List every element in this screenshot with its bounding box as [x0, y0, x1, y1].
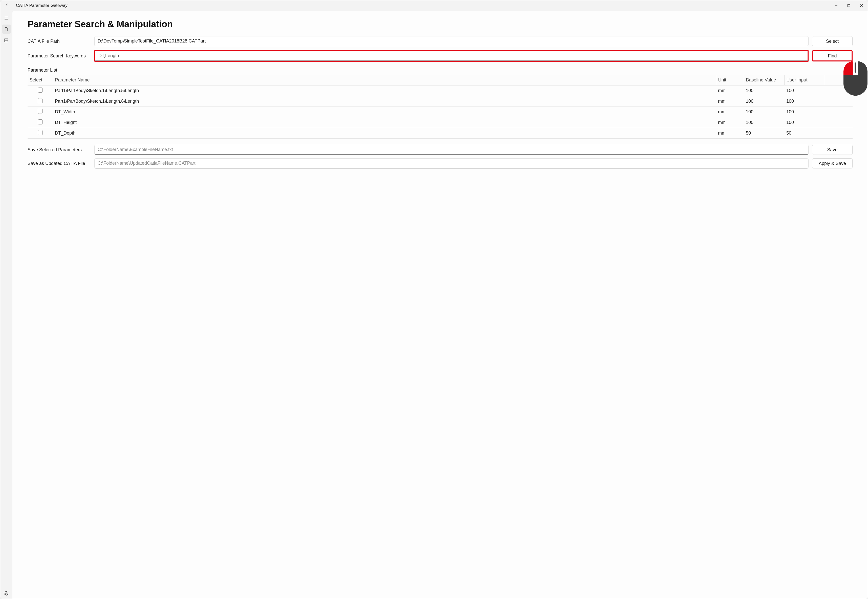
keywords-label: Parameter Search Keywords — [27, 53, 91, 59]
svg-point-10 — [6, 593, 7, 594]
row-checkbox[interactable] — [38, 119, 43, 125]
cell-name: Part1\PartBody\Sketch.1\Length.5\Length — [53, 86, 716, 96]
save-params-label: Save Selected Parameters — [27, 147, 91, 152]
save-catia-label: Save as Updated CATIA File — [27, 161, 91, 166]
keywords-input[interactable] — [95, 51, 808, 61]
file-path-input[interactable] — [94, 36, 809, 46]
table-row[interactable]: Part1\PartBody\Sketch.1\Length.6\Lengthm… — [27, 96, 853, 107]
back-button[interactable] — [0, 3, 14, 8]
save-catia-input[interactable] — [94, 158, 809, 169]
cell-unit: mm — [716, 86, 744, 96]
cell-name: DT_Height — [53, 117, 716, 128]
sidebar — [0, 11, 12, 599]
table-row[interactable]: Part1\PartBody\Sketch.1\Length.5\Lengthm… — [27, 86, 853, 96]
col-name[interactable]: Parameter Name — [53, 75, 716, 86]
row-checkbox[interactable] — [38, 98, 43, 103]
cell-baseline: 100 — [744, 86, 784, 96]
cell-name: DT_Width — [53, 107, 716, 117]
cell-baseline: 50 — [744, 128, 784, 138]
table-row[interactable]: DT_Depthmm5050 — [27, 128, 853, 138]
param-list-label: Parameter List — [27, 68, 853, 73]
titlebar: CATIA Parameter Gateway — [0, 0, 868, 11]
cell-unit: mm — [716, 128, 744, 138]
cell-user[interactable]: 50 — [784, 128, 825, 138]
cell-unit: mm — [716, 107, 744, 117]
find-button[interactable]: Find — [813, 51, 851, 60]
close-button[interactable] — [855, 0, 868, 11]
col-unit[interactable]: Unit — [716, 75, 744, 86]
row-checkbox[interactable] — [38, 87, 43, 93]
maximize-button[interactable] — [842, 0, 855, 11]
cell-name: DT_Depth — [53, 128, 716, 138]
cell-user[interactable]: 100 — [784, 96, 825, 107]
apply-save-button[interactable]: Apply & Save — [812, 158, 853, 169]
settings-icon[interactable] — [2, 588, 11, 598]
cell-user[interactable]: 100 — [784, 86, 825, 96]
cell-user[interactable]: 100 — [784, 117, 825, 128]
table-row[interactable]: DT_Heightmm100100 — [27, 117, 853, 128]
col-user[interactable]: User Input — [784, 75, 825, 86]
cell-unit: mm — [716, 117, 744, 128]
file-path-label: CATIA File Path — [27, 39, 91, 44]
save-button[interactable]: Save — [812, 145, 853, 155]
svg-rect-1 — [848, 4, 850, 7]
window-title: CATIA Parameter Gateway — [16, 3, 68, 8]
cell-name: Part1\PartBody\Sketch.1\Length.6\Length — [53, 96, 716, 107]
col-base[interactable]: Baseline Value — [744, 75, 784, 86]
document-icon[interactable] — [2, 24, 11, 34]
row-checkbox[interactable] — [38, 130, 43, 135]
table-row[interactable]: DT_Widthmm100100 — [27, 107, 853, 117]
cell-baseline: 100 — [744, 107, 784, 117]
cell-user[interactable]: 100 — [784, 107, 825, 117]
select-button[interactable]: Select — [812, 36, 853, 46]
parameter-table: Select Parameter Name Unit Baseline Valu… — [27, 75, 853, 138]
cell-unit: mm — [716, 96, 744, 107]
minimize-button[interactable] — [830, 0, 842, 11]
cell-baseline: 100 — [744, 96, 784, 107]
row-checkbox[interactable] — [38, 109, 43, 114]
cell-baseline: 100 — [744, 117, 784, 128]
grid-icon[interactable] — [2, 36, 11, 45]
save-params-input[interactable] — [94, 145, 809, 155]
col-select[interactable]: Select — [27, 75, 53, 86]
page-title: Parameter Search & Manipulation — [27, 19, 853, 30]
hamburger-icon[interactable] — [2, 14, 11, 23]
